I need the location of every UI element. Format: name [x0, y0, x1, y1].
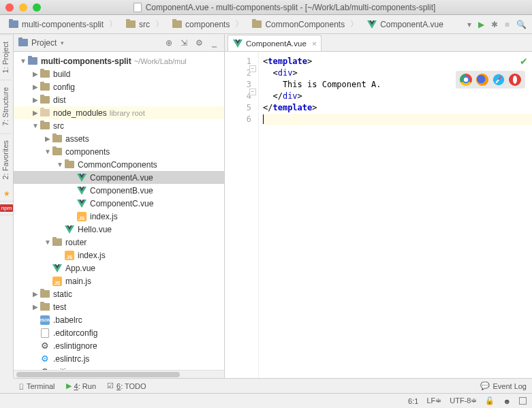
editor-tab-componenta[interactable]: ComponentA.vue ×	[228, 35, 322, 51]
terminal-tool-tab[interactable]: ⌷Terminal	[19, 382, 55, 390]
traffic-lights	[5, 3, 41, 12]
maximize-window-button[interactable]	[33, 3, 41, 12]
disclosure-triangle[interactable]: ▼	[44, 238, 52, 246]
code-line[interactable]	[263, 114, 532, 125]
tree-item[interactable]: ▶build	[14, 67, 224, 80]
tree-item[interactable]: ComponentC.vue	[14, 197, 224, 210]
folder-icon	[40, 82, 50, 93]
readonly-lock-icon[interactable]: 🔓	[485, 396, 495, 405]
firefox-icon[interactable]	[476, 74, 488, 86]
disclosure-triangle[interactable]: ▶	[31, 303, 40, 311]
tree-item-label: src	[53, 121, 64, 131]
vue-icon	[76, 198, 87, 209]
line-ending-selector[interactable]: LF≑	[426, 396, 441, 405]
tree-item[interactable]: .editorconfig	[14, 326, 224, 339]
tree-item[interactable]: ComponentA.vue	[14, 171, 224, 184]
code-line[interactable]: </template>	[263, 102, 532, 114]
tree-item[interactable]: ▶node_moduleslibrary root	[14, 106, 224, 119]
search-everywhere-button[interactable]: 🔍	[516, 20, 527, 29]
line-gutter: 123456	[225, 52, 259, 378]
event-log-button[interactable]: 💬Event Log	[480, 381, 527, 390]
code-editor[interactable]: 123456 <template>− <div> This is Compone…	[225, 52, 532, 378]
disclosure-triangle[interactable]: ▶	[31, 83, 40, 91]
locate-button[interactable]: ⊕	[163, 37, 175, 49]
breadcrumb-item[interactable]: src〉	[123, 17, 169, 31]
project-tool-tab[interactable]: 1: Project	[0, 34, 11, 80]
tree-item[interactable]: ▶assets	[14, 132, 224, 145]
breadcrumb-item[interactable]: ComponentA.vue	[364, 18, 449, 31]
tree-item[interactable]: ▶static	[14, 287, 224, 300]
inspection-profile-icon[interactable]: ☻	[503, 397, 511, 405]
tree-item[interactable]: JSON.babelrc	[14, 313, 224, 326]
collapse-all-button[interactable]: ⇲	[178, 37, 190, 49]
vue-icon	[64, 224, 75, 235]
gear-icon: ⚙	[40, 341, 50, 351]
tree-item[interactable]: ▼multi-components-split~/Work/Lab/mul	[14, 54, 224, 67]
project-tree[interactable]: ▼multi-components-split~/Work/Lab/mul▶bu…	[14, 52, 224, 370]
disclosure-triangle[interactable]: ▼	[19, 57, 27, 65]
disclosure-triangle[interactable]: ▶	[44, 135, 52, 142]
debug-button[interactable]: ✱	[491, 20, 498, 29]
tree-item[interactable]: ComponentB.vue	[14, 184, 224, 197]
toggle-tool-windows-button[interactable]	[519, 397, 527, 405]
breadcrumb-label: src	[139, 20, 150, 29]
chrome-icon[interactable]	[460, 74, 472, 86]
disclosure-triangle[interactable]: ▶	[31, 70, 40, 78]
opera-icon[interactable]	[509, 74, 521, 86]
favorites-tool-tab[interactable]: 2: Favorites	[0, 133, 11, 186]
disclosure-triangle[interactable]: ▼	[31, 122, 40, 129]
tree-item[interactable]: ▶dist	[14, 93, 224, 106]
tree-item[interactable]: ▶config	[14, 80, 224, 93]
todo-tool-tab[interactable]: ☑6: TODO	[107, 381, 146, 390]
settings-gear-icon[interactable]: ⚙	[193, 37, 205, 49]
tree-item[interactable]: ▼CommonComponents	[14, 158, 224, 171]
hide-panel-button[interactable]: ⎯	[208, 37, 220, 49]
tree-item[interactable]: ▼src	[14, 119, 224, 132]
tree-item[interactable]: ▶test	[14, 300, 224, 313]
minimize-window-button[interactable]	[19, 3, 27, 12]
tree-item[interactable]: ⚙.gitignore	[14, 365, 224, 370]
breadcrumb-item[interactable]: components〉	[169, 17, 249, 31]
tree-item[interactable]: Hello.vue	[14, 223, 224, 236]
tree-item-note: ~/Work/Lab/mul	[134, 57, 187, 65]
safari-icon[interactable]	[492, 74, 505, 86]
tree-item[interactable]: ▼router	[14, 236, 224, 249]
tree-item[interactable]: ⚙.eslintrc.js	[14, 352, 224, 365]
chevron-right-icon: 〉	[109, 18, 117, 30]
vue-icon	[52, 263, 63, 274]
project-view-dropdown[interactable]: ▾	[61, 40, 64, 46]
run-button[interactable]: ▶	[478, 20, 484, 29]
disclosure-triangle[interactable]: ▶	[31, 109, 40, 116]
breadcrumb-item[interactable]: CommonComponents〉	[249, 17, 364, 31]
encoding-selector[interactable]: UTF-8≑	[450, 396, 477, 405]
cursor-position[interactable]: 6:1	[408, 397, 418, 405]
run-tool-tab[interactable]: ▶4: Run	[66, 381, 96, 390]
disclosure-triangle[interactable]: ▼	[56, 161, 64, 168]
code-content[interactable]: <template>− <div> This is Component A.− …	[259, 52, 532, 378]
close-tab-button[interactable]: ×	[312, 40, 317, 48]
disclosure-triangle[interactable]: ▶	[31, 290, 40, 298]
folder-icon	[40, 289, 50, 300]
fold-toggle[interactable]: −	[249, 65, 256, 72]
tree-item[interactable]: App.vue	[14, 262, 224, 274]
tree-item[interactable]: JSmain.js	[14, 274, 224, 287]
tree-item[interactable]: JSindex.js	[14, 249, 224, 262]
disclosure-triangle[interactable]: ▼	[44, 148, 52, 155]
run-icon: ▶	[66, 381, 72, 390]
structure-tool-tab[interactable]: 7: Structure	[0, 80, 11, 133]
disclosure-triangle[interactable]: ▶	[31, 96, 40, 104]
breadcrumb-item[interactable]: multi-components-split〉	[5, 17, 123, 31]
tree-item-label: dist	[53, 95, 66, 105]
tree-item-label: config	[53, 82, 75, 92]
tree-item[interactable]: ⚙.eslintignore	[14, 339, 224, 352]
run-dropdown-button[interactable]: ▾	[467, 20, 471, 29]
tree-item[interactable]: JSindex.js	[14, 210, 224, 223]
horizontal-scrollbar[interactable]	[14, 370, 224, 378]
close-window-button[interactable]	[5, 3, 14, 12]
stop-button[interactable]: ■	[505, 20, 510, 29]
npm-tool-tab[interactable]: npm	[0, 202, 13, 215]
tree-item[interactable]: ▼components	[14, 145, 224, 158]
fold-toggle[interactable]: −	[249, 89, 256, 95]
code-line[interactable]: <template>	[263, 56, 532, 67]
code-line[interactable]: − </div>	[263, 91, 532, 102]
